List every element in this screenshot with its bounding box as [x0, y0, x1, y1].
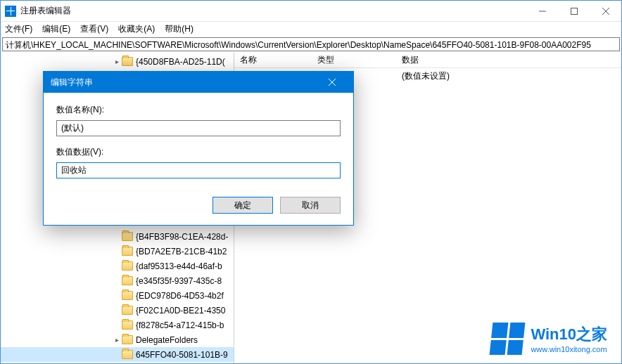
tree-label: {daf95313-e44d-46af-b — [136, 261, 222, 271]
folder-icon — [122, 291, 133, 300]
window-controls — [526, 1, 621, 22]
tree-item[interactable]: {e345f35f-9397-435c-8 — [1, 273, 234, 288]
tree-label: {f8278c54-a712-415b-b — [136, 320, 224, 330]
tree-label: {450D8FBA-AD25-11D( — [136, 57, 225, 67]
value-data-input[interactable] — [56, 162, 341, 178]
tree-label: {EDC978D6-4D53-4b2f — [136, 291, 224, 301]
column-name[interactable]: 名称 — [234, 54, 312, 66]
list-header: 名称 类型 数据 — [234, 53, 621, 68]
tree-item[interactable]: ▸ DelegateFolders — [1, 332, 234, 347]
tree-label: 645FFO40-5081-101B-9 — [136, 350, 228, 360]
folder-icon — [122, 57, 133, 66]
value-data-label: 数值数据(V): — [56, 146, 341, 158]
folder-icon — [122, 306, 133, 315]
svg-rect-0 — [571, 8, 577, 14]
cell-data: (数值未设置) — [396, 70, 621, 82]
maximize-button[interactable] — [558, 1, 590, 22]
tree-item[interactable]: {EDC978D6-4D53-4b2f — [1, 288, 234, 303]
dialog-close-button[interactable] — [318, 72, 346, 93]
menu-bar: 文件(F) 编辑(E) 查看(V) 收藏夹(A) 帮助(H) — [1, 22, 621, 36]
column-type[interactable]: 类型 — [312, 54, 396, 66]
tree-item[interactable]: {B4FB3F98-C1EA-428d- — [1, 229, 234, 244]
tree-label: DelegateFolders — [136, 335, 198, 345]
tree-item[interactable]: ▸ {450D8FBA-AD25-11D( — [1, 54, 234, 69]
dialog-button-row: 确定 取消 — [44, 193, 353, 225]
folder-icon — [122, 320, 133, 330]
cancel-button[interactable]: 取消 — [280, 197, 341, 214]
value-name-label: 数值名称(N): — [56, 104, 341, 116]
menu-view[interactable]: 查看(V) — [80, 23, 108, 35]
menu-edit[interactable]: 编辑(E) — [42, 23, 70, 35]
address-bar[interactable]: 计算机\HKEY_LOCAL_MACHINE\SOFTWARE\Microsof… — [2, 37, 620, 51]
title-bar: 注册表编辑器 — [1, 1, 621, 22]
menu-help[interactable]: 帮助(H) — [165, 23, 193, 35]
dialog-title: 编辑字符串 — [51, 77, 93, 89]
expander-icon[interactable]: ▸ — [112, 336, 122, 344]
edit-string-dialog: 编辑字符串 数值名称(N): 数值数据(V): 确定 取消 — [43, 71, 354, 226]
tree-label: {B4FB3F98-C1EA-428d- — [136, 232, 228, 242]
tree-item[interactable]: {BD7A2E7B-21CB-41b2 — [1, 244, 234, 259]
column-data[interactable]: 数据 — [396, 54, 621, 66]
expander-icon[interactable]: ▸ — [112, 58, 122, 65]
tree-label: {BD7A2E7B-21CB-41b2 — [136, 247, 227, 256]
tree-item[interactable]: {f8278c54-a712-415b-b — [1, 318, 234, 332]
folder-icon — [122, 350, 133, 359]
value-name-input[interactable] — [56, 120, 341, 136]
tree-label: {e345f35f-9397-435c-8 — [136, 276, 222, 286]
folder-icon — [122, 232, 133, 241]
app-icon — [5, 6, 16, 17]
dialog-body: 数值名称(N): 数值数据(V): — [44, 93, 353, 193]
tree-item[interactable]: {daf95313-e44d-46af-b — [1, 259, 234, 273]
tree-label: {F02C1A0D-BE21-4350 — [136, 306, 225, 316]
tree-item-selected[interactable]: 645FFO40-5081-101B-9 — [1, 347, 234, 362]
ok-button[interactable]: 确定 — [212, 197, 273, 214]
minimize-button[interactable] — [526, 1, 558, 22]
folder-icon — [122, 276, 133, 285]
window-title: 注册表编辑器 — [20, 5, 71, 17]
close-button[interactable] — [590, 1, 621, 22]
folder-icon — [122, 261, 133, 271]
menu-file[interactable]: 文件(F) — [5, 23, 32, 35]
folder-icon — [122, 335, 133, 344]
menu-favorites[interactable]: 收藏夹(A) — [118, 23, 155, 35]
folder-icon — [122, 247, 133, 256]
dialog-title-bar[interactable]: 编辑字符串 — [44, 72, 353, 93]
tree-item[interactable]: {F02C1A0D-BE21-4350 — [1, 303, 234, 318]
